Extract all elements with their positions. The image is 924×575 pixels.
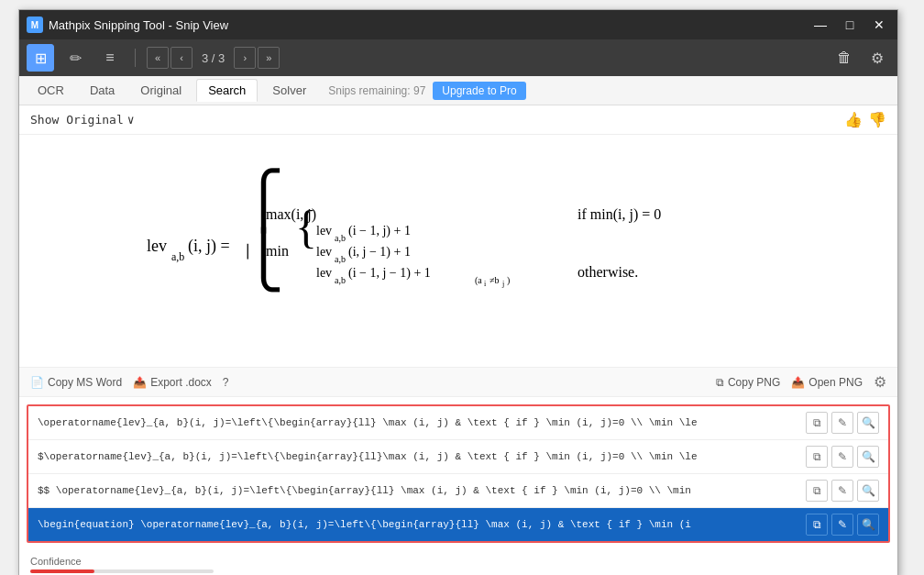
svg-text:lev: lev (316, 245, 332, 259)
confidence-track (30, 569, 214, 573)
search-latex-button[interactable]: 🔍 (857, 412, 879, 434)
svg-text:≠b: ≠b (490, 275, 500, 285)
tab-solver[interactable]: Solver (261, 80, 317, 101)
title-bar: M Mathpix Snipping Tool - Snip View — □ … (19, 10, 897, 39)
copy-icon: ⧉ (716, 376, 724, 389)
confidence-fill (30, 569, 94, 573)
math-formula-svg: lev a,b (i, j) = ⎧ ⎪ ⎩ max(i, j) if min(… (138, 160, 779, 343)
snips-remaining-label: Snips remaining: 97 (328, 84, 425, 97)
export-docx-button[interactable]: 📤 Export .docx (133, 376, 212, 389)
svg-text:if min(i, j) = 0: if min(i, j) = 0 (578, 206, 661, 223)
latex-row: $$ \operatorname{lev}_{a, b}(i, j)=\left… (28, 474, 888, 508)
latex-row-actions-selected: ⧉ ✎ 🔍 (806, 514, 879, 536)
edit-latex-button[interactable]: ✎ (831, 480, 853, 502)
latex-row-actions: ⧉ ✎ 🔍 (806, 412, 879, 434)
title-bar-left: M Mathpix Snipping Tool - Snip View (27, 17, 228, 33)
thumbdown-button[interactable]: 👎 (868, 111, 886, 128)
svg-text:): ) (507, 275, 510, 286)
copy-latex-button[interactable]: ⧉ (806, 412, 828, 434)
show-original-button[interactable]: Show Original ∨ (30, 113, 135, 127)
window-title: Mathpix Snipping Tool - Snip View (49, 18, 228, 32)
edit-latex-button[interactable]: ✎ (831, 514, 853, 536)
page-indicator: 3 / 3 (194, 51, 232, 65)
confidence-label: Confidence (30, 556, 886, 567)
feedback-buttons: 👍 👎 (844, 111, 886, 128)
tab-data[interactable]: Data (79, 80, 126, 101)
svg-text:lev: lev (316, 266, 332, 280)
window-controls: — □ ✕ (809, 14, 890, 36)
toolbar: ⊞ ✏ ≡ « ‹ 3 / 3 › » 🗑 ⚙ (19, 39, 897, 76)
nav-next-button[interactable]: › (234, 47, 256, 69)
toolbar-divider (135, 49, 136, 67)
app-logo: M (27, 17, 43, 33)
close-button[interactable]: ✕ (868, 14, 890, 36)
maximize-button[interactable]: □ (839, 14, 861, 36)
svg-text:(a: (a (475, 275, 482, 286)
svg-text:a,b: a,b (335, 275, 346, 285)
tab-bar: OCR Data Original Search Solver Snips re… (19, 76, 897, 105)
copy-latex-button[interactable]: ⧉ (806, 480, 828, 502)
svg-text:(i − 1, j) + 1: (i − 1, j) + 1 (348, 224, 411, 238)
copy-latex-button[interactable]: ⧉ (806, 514, 828, 536)
open-png-button[interactable]: 📤 Open PNG (791, 376, 863, 389)
edit-latex-button[interactable]: ✎ (831, 446, 853, 468)
latex-results: \operatorname{lev}_{a, b}(i, j)=\left\{\… (27, 404, 890, 543)
minimize-button[interactable]: — (809, 14, 831, 36)
action-settings-icon[interactable]: ⚙ (874, 373, 886, 391)
svg-text:a,b: a,b (171, 250, 184, 263)
latex-row: $\operatorname{lev}_{a, b}(i, j)=\left\{… (28, 440, 888, 474)
svg-text:min: min (266, 243, 289, 259)
edit-button[interactable]: ✏ (61, 44, 89, 72)
svg-text:lev: lev (316, 224, 332, 238)
content-area: Show Original ∨ 👍 👎 lev a,b (i, j) = ⎧ ⎪… (19, 105, 897, 575)
tab-ocr[interactable]: OCR (27, 80, 75, 101)
show-original-label: Show Original (30, 113, 124, 127)
svg-text:(i, j) =: (i, j) = (188, 237, 230, 256)
help-button[interactable]: ? (223, 376, 229, 389)
export-icon: 📤 (133, 376, 147, 389)
doc-icon: 📄 (30, 376, 44, 389)
upgrade-button[interactable]: Upgrade to Pro (433, 82, 525, 100)
menu-button[interactable]: ≡ (96, 44, 124, 72)
tab-original[interactable]: Original (129, 80, 192, 101)
action-right-group: ⧉ Copy PNG 📤 Open PNG ⚙ (716, 373, 886, 391)
svg-text:otherwise.: otherwise. (578, 264, 638, 280)
nav-last-button[interactable]: » (258, 47, 280, 69)
tab-search[interactable]: Search (196, 79, 258, 102)
search-latex-button[interactable]: 🔍 (857, 446, 879, 468)
latex-row: \operatorname{lev}_{a, b}(i, j)=\left\{\… (28, 406, 888, 440)
svg-text:{: { (295, 201, 317, 252)
copy-png-button[interactable]: ⧉ Copy PNG (716, 376, 780, 389)
latex-text: $\operatorname{lev}_{a, b}(i, j)=\left\{… (38, 451, 798, 462)
nav-first-button[interactable]: « (147, 47, 169, 69)
copy-ms-word-button[interactable]: 📄 Copy MS Word (30, 376, 122, 389)
chevron-down-icon: ∨ (127, 113, 135, 127)
show-original-bar: Show Original ∨ 👍 👎 (19, 105, 897, 135)
svg-text:a,b: a,b (335, 254, 346, 264)
svg-text:i: i (484, 280, 487, 288)
copy-latex-button[interactable]: ⧉ (806, 446, 828, 468)
latex-row-actions: ⧉ ✎ 🔍 (806, 480, 879, 502)
latex-text: $$ \operatorname{lev}_{a, b}(i, j)=\left… (38, 485, 798, 496)
edit-latex-button[interactable]: ✎ (831, 412, 853, 434)
search-latex-button[interactable]: 🔍 (857, 514, 879, 536)
svg-text:(i, j − 1) + 1: (i, j − 1) + 1 (348, 245, 411, 260)
svg-text:lev: lev (147, 237, 167, 255)
delete-button[interactable]: 🗑 (831, 45, 857, 71)
snip-view-button[interactable]: ⊞ (27, 44, 54, 72)
nav-group: « ‹ 3 / 3 › » (147, 47, 280, 69)
open-icon: 📤 (791, 376, 805, 389)
thumbup-button[interactable]: 👍 (844, 111, 863, 128)
svg-text:(i − 1, j − 1) + 1: (i − 1, j − 1) + 1 (348, 266, 431, 281)
latex-row-selected[interactable]: \begin{equation} \operatorname{lev}_{a, … (28, 508, 888, 541)
main-window: M Mathpix Snipping Tool - Snip View — □ … (18, 9, 898, 575)
math-display: lev a,b (i, j) = ⎧ ⎪ ⎩ max(i, j) if min(… (19, 135, 897, 367)
action-bar: 📄 Copy MS Word 📤 Export .docx ? ⧉ Copy P… (19, 367, 897, 397)
settings-button[interactable]: ⚙ (864, 45, 890, 71)
svg-text:a,b: a,b (335, 233, 346, 243)
svg-text:j: j (501, 280, 504, 288)
latex-text: \operatorname{lev}_{a, b}(i, j)=\left\{\… (38, 417, 798, 428)
nav-prev-button[interactable]: ‹ (170, 47, 192, 69)
search-latex-button[interactable]: 🔍 (857, 480, 879, 502)
svg-text:⎧: ⎧ (243, 168, 284, 234)
